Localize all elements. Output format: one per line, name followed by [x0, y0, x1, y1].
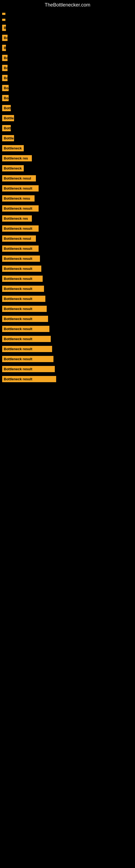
bottleneck-label: Bottle	[2, 135, 14, 141]
list-item: Bottleneck result	[0, 334, 135, 344]
bottleneck-label: Bottleneck result	[2, 316, 48, 322]
bottleneck-label: Bottleneck result	[2, 286, 44, 292]
items-container: BBoBBoBoBoBoBoBottBottleBottBottleBottle…	[0, 11, 135, 384]
list-item: B	[0, 23, 135, 33]
bottleneck-label: Bottleneck result	[2, 185, 39, 191]
list-item: Bo	[0, 93, 135, 103]
list-item: Bottleneck result	[0, 224, 135, 233]
list-item: Bottleneck resu	[0, 194, 135, 203]
bottleneck-label: Bottleneck	[2, 165, 24, 172]
list-item: Bo	[0, 73, 135, 83]
list-item: Bottleneck result	[0, 264, 135, 273]
bottleneck-label: Bottleneck resul	[2, 175, 36, 182]
bottleneck-label: B	[2, 25, 6, 31]
bottleneck-label: Bo	[2, 55, 8, 61]
list-item: Bottleneck res	[0, 214, 135, 223]
site-title: TheBottlenecker.com	[0, 0, 135, 11]
list-item: Bo	[0, 33, 135, 42]
bottleneck-label: Bo	[2, 95, 9, 101]
bottleneck-label: Bo	[2, 85, 9, 91]
bottleneck-label: Bottleneck result	[2, 326, 49, 332]
bottleneck-label: Bottleneck result	[2, 366, 55, 372]
bottleneck-label: Bottleneck result	[2, 336, 51, 342]
bottleneck-label: Bott	[2, 105, 11, 111]
list-item: Bottle	[0, 113, 135, 123]
list-item: Bottleneck result	[0, 274, 135, 283]
bottleneck-label: Bo	[2, 65, 8, 71]
list-item: Bottleneck result	[0, 244, 135, 253]
bottleneck-label: Bottleneck result	[2, 356, 53, 362]
bottleneck-label: Bottleneck result	[2, 376, 56, 382]
bottleneck-label: Bottleneck result	[2, 246, 39, 252]
bottleneck-label	[2, 13, 5, 15]
bottleneck-label: Bottleneck res	[2, 215, 32, 222]
bottleneck-label: Bottleneck	[2, 145, 24, 151]
bottleneck-label: Bottleneck result	[2, 205, 39, 212]
bottleneck-label: Bo	[2, 75, 8, 81]
list-item: Bottleneck result	[0, 324, 135, 334]
list-item: Bott	[0, 123, 135, 133]
bottleneck-label: Bottleneck result	[2, 266, 41, 272]
bottleneck-label: Bo	[2, 35, 8, 41]
list-item: Bottleneck	[0, 163, 135, 173]
bottleneck-label: Bottleneck result	[2, 255, 40, 262]
list-item: B	[0, 43, 135, 53]
list-item: Bottleneck result	[0, 184, 135, 193]
bottleneck-label: Bottleneck result	[2, 276, 43, 282]
bottleneck-label: Bottle	[2, 115, 14, 121]
list-item: Bottleneck res	[0, 154, 135, 163]
list-item: Bottleneck result	[0, 294, 135, 304]
list-item: Bottleneck result	[0, 344, 135, 354]
list-item: Bottleneck result	[0, 374, 135, 384]
bottleneck-label: Bottleneck resul	[2, 236, 36, 242]
list-item: Bo	[0, 63, 135, 73]
list-item	[0, 17, 135, 23]
list-item: Bottleneck result	[0, 304, 135, 314]
list-item: Bottleneck result	[0, 354, 135, 364]
bottleneck-label: Bottleneck res	[2, 155, 32, 161]
list-item: Bottleneck result	[0, 254, 135, 264]
list-item: Bo	[0, 53, 135, 63]
bottleneck-label: Bottleneck result	[2, 306, 47, 312]
bottleneck-label: Bottleneck result	[2, 296, 45, 302]
list-item: Bottleneck	[0, 144, 135, 153]
list-item: Bottleneck result	[0, 314, 135, 323]
list-item: Bottleneck result	[0, 204, 135, 213]
bottleneck-label: Bottleneck resu	[2, 195, 35, 202]
list-item: Bottleneck resul	[0, 234, 135, 243]
bottleneck-label	[2, 19, 5, 21]
list-item: Bo	[0, 83, 135, 93]
list-item: Bottle	[0, 133, 135, 143]
bottleneck-label: Bott	[2, 125, 11, 131]
list-item: Bottleneck result	[0, 284, 135, 293]
list-item: Bottleneck resul	[0, 174, 135, 183]
list-item	[0, 11, 135, 17]
list-item: Bottleneck result	[0, 364, 135, 374]
list-item: Bott	[0, 103, 135, 113]
bottleneck-label: B	[2, 45, 6, 51]
bottleneck-label: Bottleneck result	[2, 346, 52, 352]
bottleneck-label: Bottleneck result	[2, 225, 39, 231]
